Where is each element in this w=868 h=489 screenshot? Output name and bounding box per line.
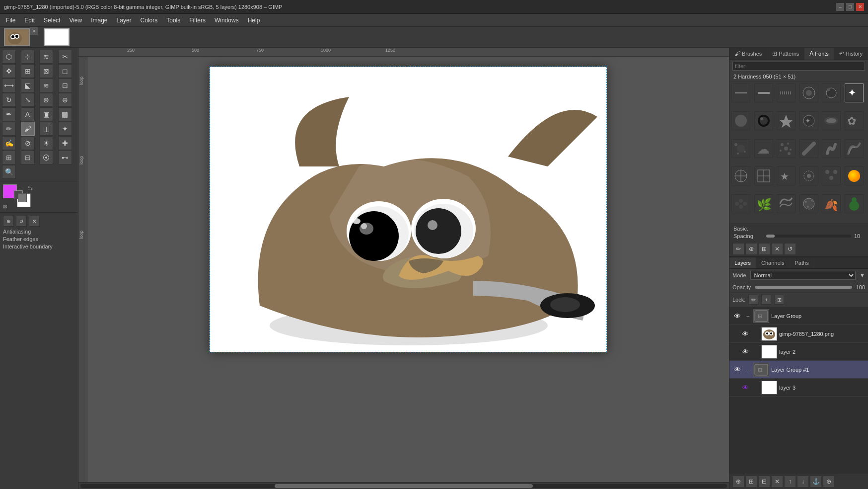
tool-heal[interactable]: ✚ (58, 136, 72, 150)
menu-tools[interactable]: Tools (162, 16, 184, 25)
layer-collapse-1[interactable]: – (744, 313, 751, 319)
move-layer-up-btn[interactable]: ↑ (784, 476, 796, 488)
brush-6[interactable]: ✦ (845, 83, 864, 102)
brush-edit-btn[interactable]: ✏ (732, 243, 744, 255)
brush-28[interactable] (799, 194, 818, 213)
brush-7[interactable] (731, 111, 750, 130)
menu-help[interactable]: Help (244, 16, 264, 25)
brush-15[interactable] (777, 139, 796, 158)
layer-collapse-4[interactable]: – (744, 367, 751, 372)
tab-history[interactable]: ↶ History (834, 48, 868, 60)
brush-25[interactable] (731, 194, 750, 213)
opacity-slider[interactable] (755, 286, 852, 289)
brush-10[interactable]: ✦ (799, 111, 818, 130)
merge-visible-btn[interactable]: ⊕ (823, 476, 835, 488)
tool-free-select[interactable]: ⬡ (2, 50, 16, 64)
tab-channels[interactable]: Channels (756, 257, 790, 268)
tool-zoom[interactable]: 🔍 (2, 165, 16, 179)
tool-scissors[interactable]: ✂ (58, 50, 72, 64)
close-button[interactable]: ✕ (856, 3, 864, 11)
layer-row-group2[interactable]: 👁 – ⊞ Layer Group #1 (729, 361, 868, 379)
new-layer-from-selection-btn[interactable]: ⊞ (745, 476, 757, 488)
maximize-button[interactable]: □ (846, 3, 854, 11)
tool-smudge[interactable]: ⊘ (21, 136, 35, 150)
brushes-filter-input[interactable] (732, 62, 865, 71)
tool-fuzzy-select[interactable]: ⊹ (21, 50, 35, 64)
brush-29[interactable]: 🍂 (822, 194, 841, 213)
menu-view[interactable]: View (65, 16, 86, 25)
tool-flip[interactable]: ⟷ (2, 79, 16, 92)
layer-visibility-4[interactable]: 👁 (732, 365, 742, 375)
tool-clone[interactable]: ⊞ (2, 151, 16, 164)
tool-paintbrush[interactable]: 🖌 (21, 122, 35, 136)
brush-14[interactable]: ☁ (754, 139, 773, 158)
brush-13[interactable] (731, 139, 750, 158)
image-thumb-2[interactable] (44, 28, 70, 46)
tool-pencil[interactable]: ✏ (2, 122, 16, 136)
brush-18[interactable] (845, 139, 864, 158)
minimize-button[interactable]: – (836, 3, 844, 11)
brush-delete-btn[interactable]: ✕ (771, 243, 783, 255)
close-image-btn[interactable]: ✕ (30, 27, 38, 35)
layer-visibility-5[interactable]: 👁 (740, 383, 750, 393)
menu-edit[interactable]: Edit (20, 16, 39, 25)
image-thumb-1[interactable] (4, 28, 30, 46)
tool-gradient[interactable]: ▤ (58, 107, 72, 121)
tool-airbrush[interactable]: ✦ (58, 122, 72, 136)
brush-26[interactable]: 🌿 (754, 194, 773, 213)
lock-position-btn[interactable]: ⊞ (774, 295, 784, 305)
brush-16[interactable] (799, 139, 818, 158)
menu-file[interactable]: File (2, 16, 19, 25)
brush-duplicate-btn[interactable]: ⊞ (758, 243, 770, 255)
brush-17[interactable] (822, 139, 841, 158)
tool-warp[interactable]: ≋ (39, 79, 53, 92)
tool-measure[interactable]: ⊷ (58, 151, 72, 164)
menu-select[interactable]: Select (40, 16, 64, 25)
brush-24[interactable] (845, 166, 864, 185)
brush-19[interactable] (731, 166, 750, 185)
brush-new-btn[interactable]: ⊕ (745, 243, 757, 255)
brush-12[interactable]: ✿ (845, 111, 864, 130)
layer-row-layer3[interactable]: 👁 layer 3 (729, 379, 868, 397)
brush-27[interactable] (777, 194, 796, 213)
move-layer-down-btn[interactable]: ↓ (797, 476, 809, 488)
h-scrollbar[interactable] (78, 482, 729, 489)
menu-image[interactable]: Image (87, 16, 111, 25)
lock-alpha-btn[interactable]: + (761, 295, 771, 305)
brush-refresh-btn[interactable]: ↺ (784, 243, 796, 255)
tool-fill[interactable]: ▣ (39, 107, 53, 121)
canvas-wrapper[interactable] (87, 57, 729, 482)
tool-transform[interactable]: ⊠ (39, 64, 53, 78)
new-preset-btn[interactable]: ⊕ (3, 216, 14, 227)
tool-rotate[interactable]: ↻ (2, 93, 16, 107)
brush-9[interactable] (777, 111, 796, 130)
tool-persp-clone[interactable]: ⊟ (21, 151, 35, 164)
menu-colors[interactable]: Colors (137, 16, 162, 25)
brush-2[interactable] (754, 83, 773, 102)
brush-23[interactable] (822, 166, 841, 185)
swap-colors-btn[interactable]: ⇆ (28, 184, 33, 191)
tool-ink[interactable]: ✍ (2, 136, 16, 150)
tool-color-picker[interactable]: ⦿ (39, 151, 53, 164)
tool-crop[interactable]: ⊡ (58, 79, 72, 92)
tab-fonts[interactable]: A Fonts (804, 48, 834, 60)
duplicate-layer-btn[interactable]: ⊟ (758, 476, 770, 488)
tool-move[interactable]: ✥ (2, 64, 16, 78)
tool-shear[interactable]: ⬕ (21, 79, 35, 92)
delete-preset-btn[interactable]: ✕ (29, 216, 40, 227)
tool-paths[interactable]: ✒ (2, 107, 16, 121)
tab-brushes[interactable]: 🖌 Brushes (729, 48, 767, 60)
lock-pixels-btn[interactable]: ✏ (748, 295, 758, 305)
new-layer-btn[interactable]: ⊕ (732, 476, 744, 488)
layer-row-gimp[interactable]: 👁 gimp-97857_1280.png (729, 325, 868, 343)
layer-row-group1[interactable]: 👁 – ⊞ Layer Group (729, 307, 868, 325)
tab-layers[interactable]: Layers (729, 257, 756, 268)
tool-dodge[interactable]: ☀ (39, 136, 53, 150)
menu-windows[interactable]: Windows (211, 16, 243, 25)
tool-eraser[interactable]: ◫ (39, 122, 53, 136)
brush-20[interactable] (754, 166, 773, 185)
tool-perspective[interactable]: ◻ (58, 64, 72, 78)
layer-row-layer2[interactable]: 👁 layer 2 (729, 343, 868, 361)
brush-1[interactable] (731, 83, 750, 102)
tool-handle[interactable]: ⊕ (58, 93, 72, 107)
